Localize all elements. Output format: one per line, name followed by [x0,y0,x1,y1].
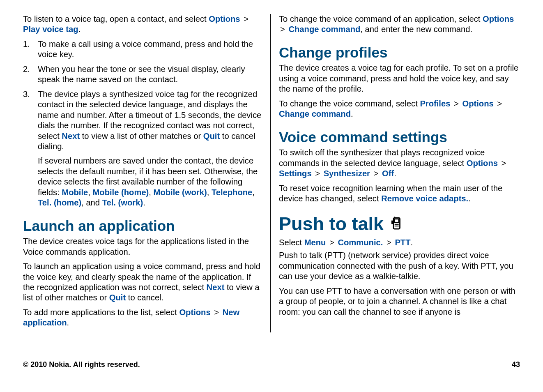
heading-text: Push to talk [279,214,384,234]
text: Select [279,238,304,247]
options-link[interactable]: Options [179,308,210,317]
change-command-link[interactable]: Change command [288,25,360,34]
breadcrumb-separator: > [242,14,250,24]
tel-home-link[interactable]: Tel. (home) [38,198,81,207]
content-area: To listen to a voice tag, open a contact… [0,0,543,332]
voice-command-settings-heading: Voice command settings [279,129,519,145]
text: . [411,238,413,247]
left-column: To listen to a voice tag, open a contact… [23,14,270,332]
telephone-link[interactable]: Telephone [212,188,252,197]
voice-call-steps: 1. To make a call using a voice command,… [23,39,263,152]
text: . [67,318,69,327]
push-to-talk-heading: Push to talk [279,214,519,234]
breadcrumb-separator: > [500,158,508,168]
settings-link[interactable]: Settings [279,169,312,178]
text: . [468,194,471,203]
text: To switch off the synthesizer that plays… [279,148,485,167]
communic-link[interactable]: Communic. [338,238,383,247]
launch-p3: To add more applications to the list, se… [23,307,263,328]
step-3: 3. The device plays a synthesized voice … [23,89,263,152]
breadcrumb-separator: > [279,24,286,35]
options-link[interactable]: Options [483,14,514,23]
breadcrumb-separator: > [314,168,321,179]
svg-rect-1 [395,219,399,223]
breadcrumb-separator: > [453,99,460,109]
ptt-link[interactable]: PTT [395,238,410,247]
walkie-talkie-icon [389,214,403,234]
page-number: 43 [512,360,520,369]
text: . [78,25,81,34]
breadcrumb-separator: > [328,238,336,248]
mobile-work-link[interactable]: Mobile (work) [154,188,207,197]
manual-page: To listen to a voice tag, open a contact… [0,0,543,392]
text: . [394,169,396,178]
page-footer: © 2010 Nokia. All rights reserved. 43 [23,360,520,369]
mobile-link[interactable]: Mobile [62,188,88,197]
off-link[interactable]: Off [382,169,394,178]
ptt-p2: You can use PTT to have a conversation w… [279,286,519,317]
profiles-p2: To change the voice command, select Prof… [279,99,519,120]
launch-p2: To launch an application using a voice c… [23,261,263,303]
ptt-select-path: Select Menu > Communic. > PTT. [279,238,519,248]
play-voice-tag-link[interactable]: Play voice tag [23,25,78,34]
profiles-link[interactable]: Profiles [420,99,450,108]
breadcrumb-separator: > [213,307,220,318]
quit-link[interactable]: Quit [203,131,220,141]
remove-voice-adapts-link[interactable]: Remove voice adapts. [381,194,468,203]
text: , and enter the new command. [360,25,472,34]
menu-link[interactable]: Menu [304,238,326,247]
right-column: To change the voice command of an applic… [270,14,519,332]
text: To change the voice command, select [279,99,420,108]
settings-p1: To switch off the synthesizer that plays… [279,148,519,179]
breadcrumb-separator: > [385,238,393,248]
text: , [149,188,153,197]
breadcrumb-separator: > [373,168,380,179]
text: . [143,198,145,207]
breadcrumb-separator: > [496,99,503,109]
ptt-p1: Push to talk (PTT) (network service) pro… [279,250,519,281]
copyright-text: © 2010 Nokia. All rights reserved. [23,360,140,369]
step-3-continuation: If several numbers are saved under the c… [23,156,263,208]
options-link[interactable]: Options [467,159,498,168]
step-text: to view a list of other matches or [80,131,203,141]
step-text: When you hear the tone or see the visual… [38,65,245,84]
quit-link[interactable]: Quit [109,293,126,302]
text: To listen to a voice tag, open a contact… [23,14,209,23]
text: To add more applications to the list, se… [23,308,179,317]
tel-work-link[interactable]: Tel. (work) [102,198,143,207]
text: , [207,188,212,197]
launch-p1: The device creates voice tags for the ap… [23,236,263,257]
text: to cancel. [126,293,163,302]
change-profiles-heading: Change profiles [279,45,519,61]
step-text: To make a call using a voice command, pr… [38,39,253,59]
options-link[interactable]: Options [462,99,493,108]
step-number: 3. [23,89,35,99]
text: , [88,188,92,197]
settings-p2: To reset voice recognition learning when… [279,183,519,204]
step-number: 2. [23,64,35,74]
text: To change the voice command of an applic… [279,14,483,23]
step-1: 1. To make a call using a voice command,… [23,39,263,60]
change-command-p: To change the voice command of an applic… [279,14,519,35]
next-link[interactable]: Next [207,283,225,292]
text: . [351,109,353,118]
svg-rect-5 [392,221,393,224]
synthesizer-link[interactable]: Synthesizer [324,169,370,178]
text: , [252,188,255,197]
profiles-p1: The device creates a voice tag for each … [279,63,519,94]
change-command-link[interactable]: Change command [279,109,351,118]
launch-application-heading: Launch an application [23,218,263,234]
options-link[interactable]: Options [209,14,240,23]
voice-tag-intro: To listen to a voice tag, open a contact… [23,14,263,35]
step-number: 1. [23,39,35,49]
next-link[interactable]: Next [62,131,80,141]
step-2: 2. When you hear the tone or see the vis… [23,64,263,85]
text: , and [81,198,102,207]
mobile-home-link[interactable]: Mobile (home) [93,188,149,197]
